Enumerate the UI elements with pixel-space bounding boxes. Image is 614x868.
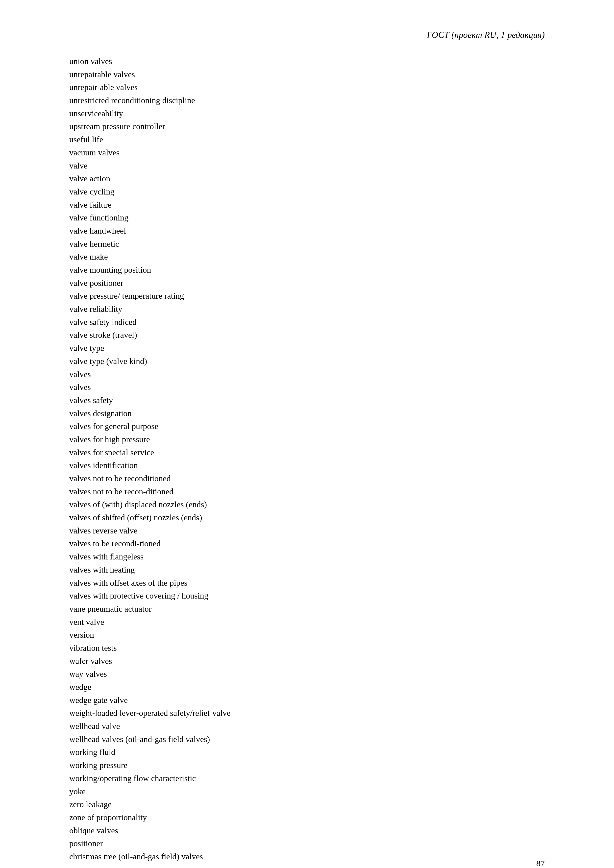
- list-item: valve action: [69, 172, 545, 185]
- list-item: valve make: [69, 250, 545, 264]
- list-item: valves reverse valve: [69, 524, 545, 538]
- list-item: valves for high pressure: [69, 433, 545, 446]
- list-item: way valves: [69, 668, 545, 681]
- main-content: union valvesunrepairable valvesunrepair-…: [69, 55, 545, 863]
- list-item: wellhead valve: [69, 720, 545, 733]
- list-item: valves with protective covering / housin…: [69, 589, 545, 603]
- list-item: version: [69, 628, 545, 642]
- list-item: valve functioning: [69, 211, 545, 225]
- list-item: valves with flangeless: [69, 550, 545, 563]
- page-header: ГОСТ (проект RU, 1 редакция): [69, 30, 545, 40]
- list-item: vibration tests: [69, 642, 545, 655]
- list-item: valves not to be recon-ditioned: [69, 485, 545, 498]
- list-item: oblique valves: [69, 824, 545, 837]
- list-item: valve type (valve kind): [69, 355, 545, 368]
- list-item: vent valve: [69, 615, 545, 629]
- list-item: zero leakage: [69, 798, 545, 811]
- list-item: valves: [69, 368, 545, 381]
- list-item: valve hermetic: [69, 237, 545, 251]
- list-item: vane pneumatic actuator: [69, 603, 545, 615]
- list-item: valves with offset axes of the pipes: [69, 577, 545, 590]
- list-item: valve handwheel: [69, 225, 545, 237]
- list-item: wedge: [69, 681, 545, 694]
- list-item: working/operating flow characteristic: [69, 772, 545, 785]
- list-item: valve failure: [69, 198, 545, 212]
- list-item: unrepairable valves: [69, 68, 545, 81]
- list-item: valve reliability: [69, 302, 545, 316]
- list-item: valves identification: [69, 459, 545, 472]
- list-item: valve positioner: [69, 277, 545, 290]
- list-item: zone of proportionality: [69, 811, 545, 824]
- list-item: valves for general purpose: [69, 420, 545, 433]
- list-item: valves: [69, 381, 545, 394]
- list-item: union valves: [69, 55, 545, 68]
- list-item: christmas tree (oil-and-gas field) valve…: [69, 850, 545, 863]
- page-number: 87: [536, 859, 545, 868]
- list-item: unrestricted reconditioning discipline: [69, 94, 545, 107]
- list-item: valve mounting position: [69, 264, 545, 277]
- list-item: valves for special service: [69, 446, 545, 459]
- list-item: unrepair-able valves: [69, 81, 545, 94]
- list-item: valve stroke (travel): [69, 329, 545, 342]
- list-item: valves with heating: [69, 563, 545, 577]
- list-item: valves safety: [69, 394, 545, 407]
- list-item: wellhead valves (oil-and-gas field valve…: [69, 733, 545, 746]
- list-item: valves of (with) displaced nozzles (ends…: [69, 498, 545, 511]
- list-item: valves of shifted (offset) nozzles (ends…: [69, 511, 545, 524]
- list-item: valve safety indiced: [69, 316, 545, 329]
- list-item: valve cycling: [69, 185, 545, 198]
- list-item: wafer valves: [69, 655, 545, 668]
- list-item: unserviceability: [69, 107, 545, 120]
- list-item: valve: [69, 160, 545, 172]
- list-item: valves designation: [69, 407, 545, 420]
- list-item: upstream pressure controller: [69, 120, 545, 133]
- list-item: useful life: [69, 133, 545, 146]
- list-item: valve type: [69, 342, 545, 355]
- list-item: vacuum valves: [69, 146, 545, 160]
- list-item: weight-loaded lever-operated safety/reli…: [69, 707, 545, 720]
- list-item: valves not to be reconditioned: [69, 472, 545, 485]
- list-item: working fluid: [69, 746, 545, 759]
- list-item: yoke: [69, 785, 545, 798]
- list-item: working pressure: [69, 759, 545, 772]
- list-item: valve pressure/ temperature rating: [69, 290, 545, 302]
- header-title: ГОСТ (проект RU, 1 редакция): [427, 30, 545, 40]
- list-item: wedge gate valve: [69, 694, 545, 707]
- list-item: valves to be recondi-tioned: [69, 537, 545, 550]
- list-item: positioner: [69, 837, 545, 850]
